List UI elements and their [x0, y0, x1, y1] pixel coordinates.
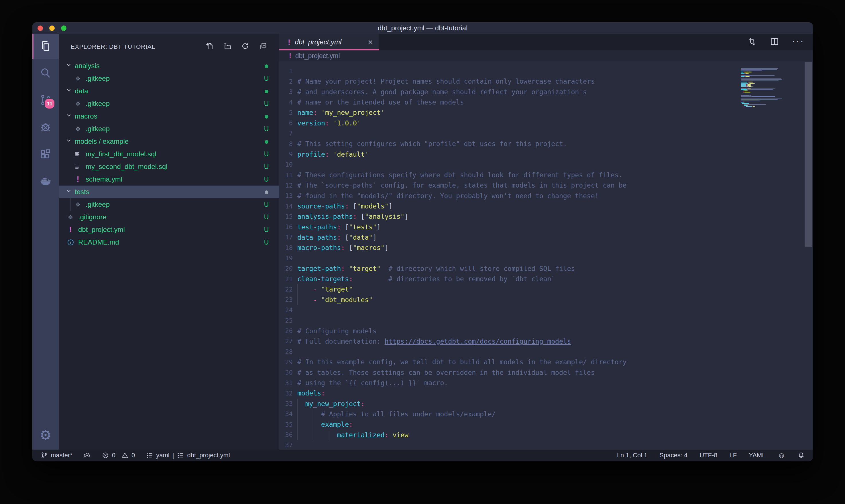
code-line: 34 # Applies to all files under models/e… — [279, 409, 813, 419]
code-line: 12# The `source-paths` config, for examp… — [279, 180, 813, 191]
new-folder-icon[interactable] — [223, 42, 232, 52]
breadcrumb-file-icon: ! — [289, 52, 291, 60]
code-line: 26# Configuring models — [279, 326, 813, 336]
more-actions-icon[interactable]: ··· — [792, 40, 804, 44]
language-mode[interactable]: YAML — [749, 452, 766, 459]
code-line: 33 my_new_project: — [279, 399, 813, 409]
tree-item-label: models / example — [75, 138, 262, 145]
linter-status[interactable]: yaml | dbt_project.yml — [146, 452, 230, 459]
extensions-icon[interactable] — [32, 141, 59, 168]
encoding-status[interactable]: UTF-8 — [700, 452, 717, 459]
tree-item-label: .gitkeep — [86, 74, 262, 83]
debug-icon[interactable] — [32, 113, 59, 141]
code-line: 28 — [279, 346, 813, 357]
tree-item-macros[interactable]: macros — [59, 110, 279, 123]
tree-item-models-example[interactable]: models / example — [59, 135, 279, 148]
search-icon[interactable] — [32, 59, 59, 86]
line-number: 35 — [279, 421, 293, 428]
code-line: 15analysis-paths: ["analysis"] — [279, 211, 813, 222]
tab-modified-icon: ! — [288, 38, 290, 47]
docker-icon[interactable] — [32, 168, 59, 195]
tree-item-label: dbt_project.yml — [78, 226, 262, 234]
tree-item-label: .gitkeep — [86, 200, 262, 209]
source-control-icon[interactable]: 11 — [32, 86, 59, 113]
tree-item-my-first-dbt-model-sql[interactable]: my_first_dbt_model.sqlU — [59, 148, 279, 160]
tree-item-dbt-project-yml[interactable]: !dbt_project.ymlU — [59, 223, 279, 236]
tab-dbt-project-yml[interactable]: ! dbt_project.yml × — [279, 34, 379, 50]
indentation-status[interactable]: Spaces: 4 — [659, 452, 687, 459]
tree-item-gitignore[interactable]: .gitignoreU — [59, 211, 279, 223]
tree-item-label: README.md — [78, 238, 262, 246]
explorer-icon[interactable] — [32, 34, 59, 59]
line-number: 10 — [279, 161, 293, 168]
code-line: 20target-path: "target" # directory whic… — [279, 264, 813, 274]
settings-gear-icon[interactable]: ⚙ — [32, 421, 59, 450]
tree-item-gitkeep[interactable]: .gitkeepU — [59, 123, 279, 135]
problems-status[interactable]: 0 0 — [102, 452, 135, 459]
line-number: 15 — [279, 213, 293, 220]
git-file-icon — [74, 100, 82, 108]
cursor-position[interactable]: Ln 1, Col 1 — [617, 452, 647, 459]
code-line: 9profile: 'default' — [279, 149, 813, 159]
line-number: 9 — [279, 151, 293, 158]
untracked-badge: U — [262, 125, 271, 133]
code-line: 18macro-paths: ["macros"] — [279, 242, 813, 253]
line-number: 25 — [279, 317, 293, 324]
line-number: 11 — [279, 172, 293, 179]
git-branch-status[interactable]: master* — [40, 452, 72, 459]
line-number: 26 — [279, 327, 293, 335]
code-line: 23 - "dbt_modules" — [279, 295, 813, 305]
line-number: 23 — [279, 296, 293, 303]
chevron-down-icon — [59, 111, 75, 122]
code-editor[interactable]: 12# Name your project! Project names sho… — [279, 61, 813, 450]
tree-item-my-second-dbt-model-sql[interactable]: my_second_dbt_model.sqlU — [59, 160, 279, 173]
line-number: 31 — [279, 379, 293, 386]
tree-item-schema-yml[interactable]: !schema.ymlU — [59, 173, 279, 185]
feedback-smiley-icon[interactable]: ☺ — [777, 452, 786, 459]
tree-item-gitkeep[interactable]: .gitkeepU — [59, 97, 279, 110]
explorer-header: EXPLORER: DBT-TUTORIAL — [71, 43, 205, 50]
collapse-folders-icon[interactable] — [259, 42, 267, 52]
tree-item-tests[interactable]: tests — [59, 185, 279, 198]
tab-bar: ! dbt_project.yml × ··· — [279, 34, 813, 50]
new-file-icon[interactable] — [205, 42, 214, 52]
refresh-explorer-icon[interactable] — [241, 42, 250, 52]
code-line: 31# using the `{{ config(...) }}` macro. — [279, 378, 813, 388]
tree-item-label: macros — [75, 112, 262, 120]
breadcrumb[interactable]: ! dbt_project.yml — [279, 50, 813, 61]
tree-item-analysis[interactable]: analysis — [59, 59, 279, 72]
window-title: dbt_project.yml — dbt-tutorial — [32, 24, 813, 32]
eol-status[interactable]: LF — [729, 452, 737, 459]
publish-changes-icon[interactable] — [83, 452, 91, 459]
line-number: 20 — [279, 265, 293, 272]
tab-label: dbt_project.yml — [295, 38, 364, 46]
split-editor-icon[interactable] — [770, 37, 779, 48]
line-number: 12 — [279, 182, 293, 189]
modified-dot-badge — [262, 138, 271, 145]
modified-dot-badge — [262, 62, 271, 70]
tab-close-icon[interactable]: × — [368, 38, 373, 47]
line-number: 27 — [279, 338, 293, 345]
tree-item-readme-md[interactable]: README.mdU — [59, 236, 279, 249]
line-number: 8 — [279, 140, 293, 147]
line-number: 17 — [279, 234, 293, 241]
tree-item-gitkeep[interactable]: .gitkeepU — [59, 198, 279, 211]
code-line: 19 — [279, 253, 813, 263]
code-line: 32models: — [279, 388, 813, 398]
tree-item-gitkeep[interactable]: .gitkeepU — [59, 72, 279, 85]
tree-item-data[interactable]: data — [59, 85, 279, 97]
editor-group: ! dbt_project.yml × ··· ! dbt_project.ym… — [279, 34, 813, 450]
readme-info-icon — [66, 238, 75, 247]
minimap[interactable] — [741, 67, 803, 108]
status-bar: master* 0 0 yaml | dbt_project.yml Ln 1,… — [32, 450, 813, 461]
editor-scrollbar[interactable] — [805, 62, 812, 247]
tree-item-label: schema.yml — [86, 175, 262, 183]
notifications-bell-icon[interactable] — [797, 452, 805, 459]
code-line: 11# These configurations specify where d… — [279, 170, 813, 180]
line-number: 18 — [279, 244, 293, 251]
code-line: 25 — [279, 315, 813, 326]
open-changes-icon[interactable] — [747, 37, 757, 48]
untracked-badge: U — [262, 238, 271, 246]
code-line: 24 — [279, 305, 813, 315]
file-tree: analysis.gitkeepUdata.gitkeepUmacros.git… — [59, 59, 279, 249]
